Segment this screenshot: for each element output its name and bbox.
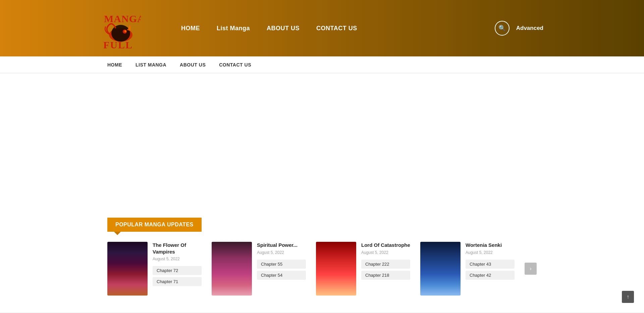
svg-text:MANGA: MANGA: [104, 13, 141, 24]
manga-info-wortenia: Wortenia Senki August 5, 2022 Chapter 43…: [466, 242, 515, 296]
manga-title-catastrophe: Lord Of Catastrophe: [361, 242, 410, 249]
nav-contact-us[interactable]: CONTACT US: [316, 25, 357, 32]
main-nav: HOME List Manga ABOUT US CONTACT US: [181, 25, 495, 32]
svg-text:FULL: FULL: [103, 39, 133, 50]
manga-info-catastrophe: Lord Of Catastrophe August 5, 2022 Chapt…: [361, 242, 410, 296]
scroll-to-top-button[interactable]: ↑: [622, 291, 634, 303]
chapter-btn-catastrophe-1[interactable]: Chapter 222: [361, 260, 410, 269]
sub-nav-about-us[interactable]: ABOUT US: [180, 62, 206, 68]
advanced-search-button[interactable]: Advanced: [516, 25, 543, 32]
nav-list-manga[interactable]: List Manga: [217, 25, 250, 32]
chapter-btn-spiritual-2[interactable]: Chapter 54: [257, 271, 306, 280]
manga-cover-catastrophe[interactable]: [316, 242, 356, 296]
sub-navigation: HOME LIST MANGA ABOUT US CONTACT US: [0, 56, 644, 73]
logo-icon: MANGA FULL: [101, 5, 141, 52]
manga-cover-spiritual[interactable]: [212, 242, 252, 296]
manga-title-wortenia: Wortenia Senki: [466, 242, 515, 249]
manga-date-catastrophe: August 5, 2022: [361, 250, 410, 255]
manga-date-spiritual: August 5, 2022: [257, 250, 306, 255]
popular-manga-section: POPULAR MANGA UPDATES The Flower Of Vamp…: [0, 208, 644, 312]
manga-card-wortenia: Wortenia Senki August 5, 2022 Chapter 43…: [420, 242, 515, 296]
nav-about-us[interactable]: ABOUT US: [267, 25, 300, 32]
manga-info-spiritual: Spiritual Power... August 5, 2022 Chapte…: [257, 242, 306, 296]
manga-cover-vampires[interactable]: [107, 242, 148, 296]
manga-info-vampires: The Flower Of Vampires August 5, 2022 Ch…: [153, 242, 202, 296]
search-button[interactable]: 🔍: [495, 21, 509, 36]
chapter-btn-spiritual-1[interactable]: Chapter 55: [257, 260, 306, 269]
nav-home[interactable]: HOME: [181, 25, 200, 32]
chapter-btn-wortenia-1[interactable]: Chapter 43: [466, 260, 515, 269]
logo-area: MANGA FULL: [101, 5, 141, 52]
manga-card-catastrophe: Lord Of Catastrophe August 5, 2022 Chapt…: [316, 242, 410, 296]
main-content: [0, 73, 644, 208]
manga-title-vampires: The Flower Of Vampires: [153, 242, 202, 255]
chapter-btn-vampires-2[interactable]: Chapter 71: [153, 277, 202, 286]
section-title: POPULAR MANGA UPDATES: [107, 218, 202, 232]
manga-card-spiritual: Spiritual Power... August 5, 2022 Chapte…: [212, 242, 306, 296]
sub-nav-contact-us[interactable]: CONTACT US: [219, 62, 251, 68]
manga-card-vampires: The Flower Of Vampires August 5, 2022 Ch…: [107, 242, 202, 296]
search-icon: 🔍: [498, 25, 506, 32]
next-arrow-button[interactable]: ›: [525, 263, 537, 275]
manga-cover-wortenia[interactable]: [420, 242, 461, 296]
manga-grid: The Flower Of Vampires August 5, 2022 Ch…: [107, 242, 537, 296]
advertisement-space: [107, 73, 537, 167]
header-right: 🔍 Advanced: [495, 21, 543, 36]
chapter-btn-vampires-1[interactable]: Chapter 72: [153, 266, 202, 275]
manga-title-spiritual: Spiritual Power...: [257, 242, 306, 249]
manga-date-wortenia: August 5, 2022: [466, 250, 515, 255]
header: MANGA FULL HOME List Manga ABOUT US CONT…: [0, 0, 644, 56]
chapter-btn-wortenia-2[interactable]: Chapter 42: [466, 271, 515, 280]
svg-point-4: [124, 30, 126, 32]
sub-nav-home[interactable]: HOME: [107, 62, 122, 68]
chapter-btn-catastrophe-2[interactable]: Chapter 218: [361, 271, 410, 280]
manga-date-vampires: August 5, 2022: [153, 257, 202, 261]
sub-nav-list-manga[interactable]: LIST MANGA: [136, 62, 166, 68]
